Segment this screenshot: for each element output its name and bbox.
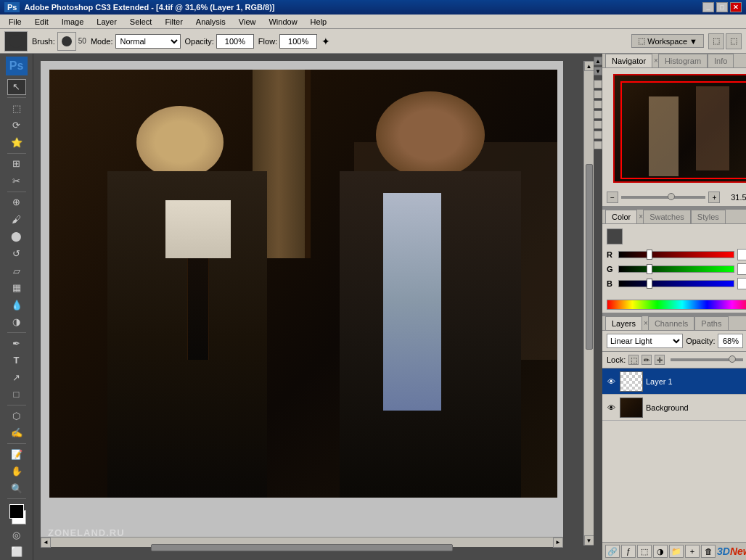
brush-tool-btn[interactable] [4,31,28,52]
quick-mask-btn[interactable]: ◎ [7,527,26,543]
v-scroll-thumb[interactable] [586,164,593,350]
menu-view[interactable]: View [233,16,262,28]
lock-position-btn[interactable]: ✛ [655,355,665,365]
vertical-scrollbar[interactable]: ▲ ▼ [583,61,594,545]
fill-slider-thumb[interactable] [729,355,736,363]
pen-tool[interactable]: ✒ [7,335,26,352]
screen-mode-btn[interactable]: ⬜ [7,544,26,560]
airbrush-group[interactable]: ✦ [321,36,330,47]
navigator-preview[interactable] [613,74,746,183]
menu-layer[interactable]: Layer [91,16,123,28]
red-slider-track[interactable] [618,251,734,258]
side-tool-3[interactable] [594,80,602,88]
healing-brush-tool[interactable]: ⊕ [7,194,26,211]
slice-tool[interactable]: ✂ [7,173,26,189]
adjustment-layer-btn[interactable]: ◑ [653,545,668,558]
side-tool-1[interactable]: ▲ [594,57,602,65]
eraser-tool[interactable]: ▱ [7,263,26,279]
layer-style-btn[interactable]: ƒ [621,545,636,558]
history-brush-tool[interactable]: ↺ [7,245,26,262]
side-tool-4[interactable] [594,90,602,99]
path-selection-tool[interactable]: ↗ [7,369,26,386]
menu-file[interactable]: File [3,16,28,28]
layer-group-btn[interactable]: 📁 [669,545,684,558]
maximize-button[interactable]: □ [716,2,728,12]
side-tool-9[interactable] [594,141,602,149]
side-tool-2[interactable]: ▼ [594,67,602,75]
background-layer-row[interactable]: 👁 Background 🔒 [602,395,746,421]
layer-1-row[interactable]: 👁 Layer 1 [602,368,746,395]
side-tool-6[interactable] [594,110,602,119]
background-layer-visibility[interactable]: 👁 [605,402,617,413]
new-layer-btn[interactable]: + [685,545,700,558]
zoom-slider-thumb[interactable] [668,193,675,200]
flow-input[interactable] [279,34,317,49]
paths-tab[interactable]: Paths [694,316,728,330]
photo-canvas[interactable] [49,70,557,498]
foreground-color-swatch[interactable] [9,504,24,519]
stamp-tool[interactable]: ⬤ [7,228,26,245]
dodge-tool[interactable]: ◑ [7,313,26,330]
lock-image-btn[interactable]: ✏ [642,355,652,365]
scroll-left-btn[interactable]: ◄ [41,538,51,548]
red-slider-thumb[interactable] [647,250,652,260]
side-tool-5[interactable] [594,100,602,109]
menu-analysis[interactable]: Analysis [190,16,231,28]
side-tool-8[interactable] [594,131,602,139]
blend-mode-select[interactable]: Linear Light Normal Multiply Screen [607,334,683,348]
ps-icon-toolbar[interactable]: Ps [6,57,28,75]
r-value[interactable]: 68 [737,249,746,260]
layer-mask-btn[interactable]: ⬚ [637,545,652,558]
move-tool[interactable]: ↖ [7,79,26,96]
shape-tool[interactable]: □ [7,386,26,403]
h-scroll-thumb[interactable] [151,544,452,551]
navigator-tab[interactable]: Navigator [605,54,652,67]
green-slider-thumb[interactable] [647,264,652,274]
blue-slider-thumb[interactable] [647,279,652,289]
green-slider-track[interactable] [618,265,734,273]
histogram-tab[interactable]: Histogram [658,54,708,67]
link-layers-btn[interactable]: 🔗 [605,545,620,558]
g-value[interactable]: 68 [737,263,746,275]
marquee-tool[interactable]: ⬚ [7,100,26,117]
panel-icon-2[interactable]: ⬚ [726,33,742,49]
lock-transparent-btn[interactable]: ⬚ [628,355,639,365]
blur-tool[interactable]: 💧 [7,297,26,313]
color-spectrum[interactable] [607,300,746,310]
zoom-in-button[interactable]: + [708,192,720,203]
opacity-value[interactable] [718,334,743,348]
crop-tool[interactable]: ⊞ [7,156,26,173]
menu-window[interactable]: Window [263,16,303,28]
horizontal-scrollbar[interactable]: ◄ ► [41,537,563,547]
close-button[interactable]: ✕ [730,2,742,12]
zoom-out-button[interactable]: − [607,192,618,203]
foreground-color-box[interactable] [607,228,623,244]
layers-tab[interactable]: Layers [605,316,642,330]
blue-slider-track[interactable] [618,280,734,287]
minimize-button[interactable]: _ [702,2,714,12]
type-tool[interactable]: T [7,352,26,368]
menu-filter[interactable]: Filter [159,16,188,28]
menu-image[interactable]: Image [56,16,90,28]
fill-slider[interactable] [671,358,743,361]
menu-edit[interactable]: Edit [29,16,54,28]
scroll-right-btn[interactable]: ► [553,538,563,548]
eyedropper-tool[interactable]: ✍ [7,424,26,441]
swatches-tab[interactable]: Swatches [643,210,691,223]
magic-wand-tool[interactable]: ⭐ [7,134,26,151]
gradient-tool[interactable]: ▦ [7,279,26,296]
channels-tab[interactable]: Channels [648,316,694,330]
layer-1-visibility[interactable]: 👁 [605,376,617,387]
lasso-tool[interactable]: ⟳ [7,118,26,134]
styles-tab[interactable]: Styles [691,210,726,223]
zoom-slider[interactable] [621,196,705,199]
workspace-button[interactable]: ⬚ Workspace ▼ [631,34,704,48]
3d-tool[interactable]: ⬡ [7,408,26,424]
brush-tool[interactable]: 🖌 [7,211,26,228]
b-value[interactable]: 68 [737,278,746,289]
delete-layer-btn[interactable]: 🗑 [701,545,716,558]
info-tab[interactable]: Info [708,54,734,67]
panel-icon-1[interactable]: ⬚ [708,33,724,49]
opacity-input[interactable] [216,34,254,49]
brush-preview[interactable] [57,32,76,51]
